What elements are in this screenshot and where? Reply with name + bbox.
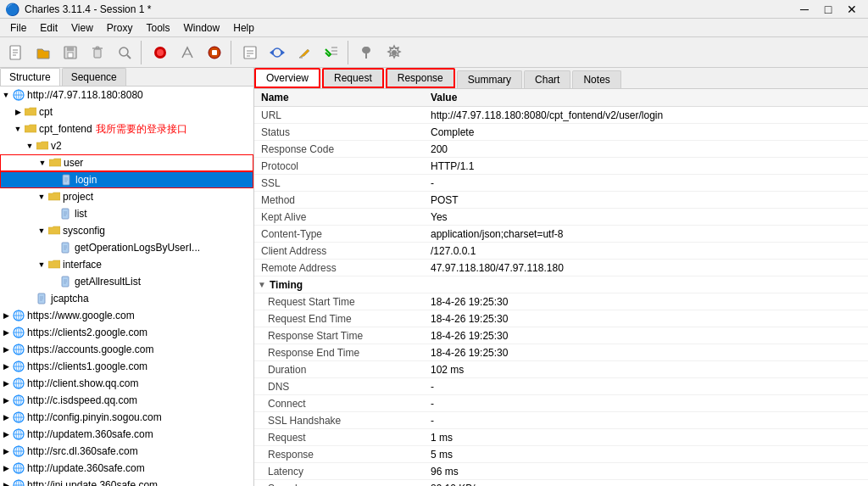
menu-tools[interactable]: Tools (140, 20, 177, 36)
repeat-button[interactable] (264, 40, 290, 65)
close-button[interactable]: ✕ (841, 1, 863, 18)
tab-chart[interactable]: Chart (524, 70, 570, 88)
tree-item[interactable]: ▶http://config.pinyin.sogou.com (0, 409, 253, 426)
preferences-button[interactable] (381, 40, 407, 65)
overview-row: DNS- (254, 378, 868, 395)
row-name: Duration (254, 363, 424, 377)
row-value: 18-4-26 19:25:30 (424, 329, 868, 343)
tree-item[interactable]: ▶http://src.dl.360safe.com (0, 443, 253, 460)
tree-item-label: project (63, 191, 93, 203)
tree-item[interactable]: ▼user (0, 154, 253, 171)
tab-sequence[interactable]: Sequence (62, 68, 126, 86)
left-panel: Structure Sequence ▼http://47.97.118.180… (0, 68, 254, 486)
tree-item[interactable]: ▶http://updatem.360safe.com (0, 426, 253, 443)
header-value: Value (431, 92, 861, 103)
find-button[interactable] (112, 40, 137, 65)
file-icon (59, 242, 73, 254)
overview-row: Client Address/127.0.0.1 (254, 243, 868, 260)
globe-icon (12, 411, 25, 423)
rewrite-button[interactable] (292, 40, 317, 65)
tree-item-label: http://update.360safe.com (27, 462, 145, 474)
tree-item[interactable]: ▶https://clients1.google.com (0, 358, 253, 375)
row-value: POST (424, 193, 868, 207)
tree-item[interactable]: ▶https://www.google.com (0, 307, 253, 324)
save-button[interactable] (58, 40, 83, 65)
tree-item[interactable]: ▶https://accounts.google.com (0, 341, 253, 358)
tree-toggle-icon: ▼ (36, 225, 47, 237)
breakpoint-button[interactable] (319, 40, 344, 65)
tree-container[interactable]: ▼http://47.97.118.180:8080▶cpt▼cpt_fonte… (0, 87, 253, 486)
file-icon (60, 174, 74, 186)
menu-proxy[interactable]: Proxy (100, 20, 140, 36)
tree-item[interactable]: ▶http://c.isdspeed.qq.com (0, 392, 253, 409)
overview-row: Speed89.10 KB/s (254, 480, 868, 486)
tab-request[interactable]: Request (322, 68, 384, 88)
globe-icon (12, 428, 25, 440)
overview-row: Remote Address47.97.118.180/47.97.118.18… (254, 260, 868, 277)
globe-icon (12, 360, 25, 372)
tree-item[interactable]: ▶http://update.360safe.com (0, 460, 253, 477)
file-icon (59, 276, 73, 288)
tree-item-label: getOperationLogsByUserI... (75, 242, 200, 254)
tree-item[interactable]: ▼sysconfig (0, 222, 253, 239)
new-session-button[interactable] (3, 40, 29, 65)
tree-item[interactable]: ▶https://clients2.google.com (0, 324, 253, 341)
tree-item[interactable]: ▶cpt (0, 103, 253, 120)
tree-toggle-icon: ▶ (0, 445, 12, 457)
section-header[interactable]: ▼Timing (254, 277, 868, 293)
row-value: - (424, 397, 868, 411)
row-value: 96 ms (424, 465, 868, 478)
row-name: Response (254, 448, 424, 461)
tab-notes[interactable]: Notes (572, 70, 620, 88)
tree-item[interactable]: getOperationLogsByUserI... (0, 239, 253, 256)
folder-icon (24, 123, 37, 135)
tree-item[interactable]: login (0, 171, 253, 188)
delete-button[interactable] (85, 40, 110, 65)
tree-item[interactable]: list (0, 205, 253, 222)
menu-view[interactable]: View (64, 20, 100, 36)
overview-row: Content-Typeapplication/json;charset=utf… (254, 226, 868, 243)
menu-file[interactable]: File (3, 20, 33, 36)
menu-window[interactable]: Window (177, 20, 227, 36)
tree-toggle-icon: ▼ (36, 191, 47, 203)
row-value: Complete (424, 126, 868, 139)
tab-summary[interactable]: Summary (457, 70, 522, 88)
compose-button[interactable] (237, 40, 263, 65)
right-panel: Overview Request Response Summary Chart … (254, 68, 868, 486)
record-button[interactable] (147, 40, 173, 65)
tree-item[interactable]: ▼interface (0, 256, 253, 273)
tree-item[interactable]: ▼v2 (0, 137, 253, 154)
annotation-text: 我所需要的登录接口 (96, 122, 187, 137)
tab-response[interactable]: Response (386, 68, 455, 88)
tree-item[interactable]: ▶http://ini.update.360safe.com (0, 477, 253, 486)
stop-button[interactable] (202, 40, 227, 65)
menu-help[interactable]: Help (226, 20, 261, 36)
row-value: 18-4-26 19:25:30 (424, 346, 868, 360)
tree-item-label: v2 (51, 140, 62, 152)
maximize-button[interactable]: □ (817, 1, 839, 18)
overview-table: Name Value URLhttp://47.97.118.180:8080/… (254, 89, 868, 486)
globe-icon (12, 327, 25, 338)
tab-structure[interactable]: Structure (0, 68, 60, 86)
row-name: Speed (254, 482, 424, 487)
title-bar: 🔵 Charles 3.11.4 - Session 1 * ─ □ ✕ (0, 0, 868, 19)
tree-item[interactable]: jcaptcha (0, 290, 253, 307)
row-name: Content-Type (254, 227, 424, 241)
tree-item[interactable]: ▶http://client.show.qq.com (0, 375, 253, 392)
tab-overview[interactable]: Overview (254, 68, 320, 88)
open-button[interactable] (31, 40, 56, 65)
tree-item[interactable]: ▼cpt_fontend我所需要的登录接口 (0, 120, 253, 137)
row-name: Method (254, 193, 424, 207)
tools-button[interactable] (354, 40, 380, 65)
minimize-button[interactable]: ─ (793, 1, 815, 18)
menu-edit[interactable]: Edit (33, 20, 64, 36)
tree-item[interactable]: getAllresultList (0, 273, 253, 290)
throttle-button[interactable] (175, 40, 200, 65)
tree-item[interactable]: ▼project (0, 188, 253, 205)
folder-icon (47, 191, 61, 203)
tree-item[interactable]: ▼http://47.97.118.180:8080 (0, 87, 253, 103)
row-name: Remote Address (254, 261, 424, 275)
row-value: 47.97.118.180/47.97.118.180 (424, 261, 868, 275)
overview-row: Response End Time18-4-26 19:25:30 (254, 344, 868, 361)
overview-row: ProtocolHTTP/1.1 (254, 158, 868, 175)
